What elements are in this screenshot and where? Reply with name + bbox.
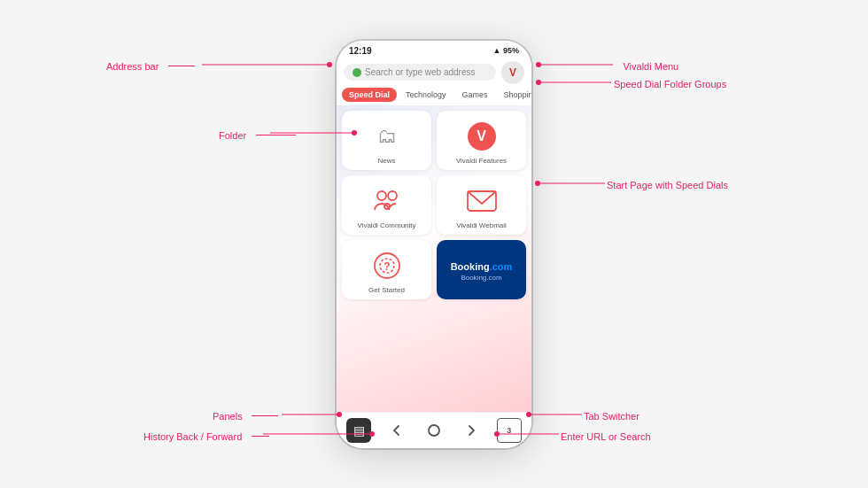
tab-switcher-button[interactable]: 3: [497, 418, 522, 443]
sd-card-booking[interactable]: Booking.com Booking.com: [437, 240, 526, 299]
folder-icon-area: 🗂: [370, 120, 404, 153]
speed-dial-area: 🗂 News V Vivaldi Features: [337, 105, 531, 412]
sd-card-community[interactable]: Vivaldi Community: [342, 175, 431, 235]
back-icon: [391, 424, 403, 437]
svg-point-0: [377, 191, 386, 200]
ann-vivaldi-menu: Vivaldi Menu: [614, 58, 678, 74]
ann-start-page: Start Page with Speed Dials: [607, 176, 728, 192]
tab-shopping[interactable]: Shopping: [497, 88, 531, 102]
ann-enter-url: Enter URL or Search: [561, 428, 651, 444]
community-icon-area: [370, 184, 404, 218]
ann-tab-switcher: Tab Switcher: [584, 407, 639, 423]
ann-speed-dial-groups: Speed Dial Folder Groups: [614, 75, 726, 91]
address-bar[interactable]: Search or type web address V: [337, 58, 531, 88]
battery-signal: ▲ 95%: [493, 46, 519, 55]
ann-history: History Back / Forward: [143, 428, 269, 444]
ann-address-bar: Address bar: [106, 58, 195, 74]
diagram-container: 12:19 ▲ 95% Search or type web address V…: [0, 0, 868, 488]
forward-icon: [465, 424, 477, 437]
ann-panels: Panels: [213, 407, 278, 423]
panels-button[interactable]: ▤: [346, 418, 371, 443]
ann-folder: Folder: [219, 127, 296, 143]
svg-point-13: [536, 80, 541, 85]
search-placeholder: Search or type web address: [365, 67, 476, 77]
tab-technology[interactable]: Technology: [399, 88, 453, 102]
svg-point-1: [388, 191, 397, 200]
vivaldi-menu-button[interactable]: V: [501, 61, 524, 84]
sd-label-vivaldi: Vivaldi Features: [456, 157, 507, 165]
search-box[interactable]: Search or type web address: [344, 64, 496, 81]
svg-point-17: [535, 181, 540, 186]
sd-card-webmail[interactable]: Vivaldi Webmail: [437, 175, 526, 235]
sd-card-news[interactable]: 🗂 News: [342, 111, 431, 170]
tab-groups: Speed Dial Technology Games Shopping Te.…: [337, 88, 531, 105]
search-circle-icon: [428, 424, 440, 437]
webmail-icon: [466, 188, 498, 214]
sd-label-news: News: [377, 157, 395, 165]
webmail-icon-area: [465, 184, 499, 218]
folder-icon: 🗂: [377, 125, 397, 148]
vivaldi-icon-area: V: [465, 120, 499, 153]
back-button[interactable]: [384, 418, 409, 443]
sd-card-get-started[interactable]: ? Get Started: [342, 240, 431, 299]
sd-label-get-started: Get Started: [368, 286, 405, 294]
tab-games[interactable]: Games: [455, 88, 495, 102]
tab-speed-dial[interactable]: Speed Dial: [342, 88, 397, 102]
svg-point-11: [536, 62, 541, 67]
time: 12:19: [349, 46, 372, 56]
booking-inner: Booking.com Booking.com: [437, 240, 526, 299]
svg-point-9: [327, 62, 332, 67]
search-button[interactable]: [422, 418, 446, 443]
sd-label-booking: Booking.com: [461, 274, 501, 282]
sd-label-webmail: Vivaldi Webmail: [456, 221, 507, 229]
svg-text:?: ?: [384, 260, 390, 273]
svg-point-7: [429, 425, 439, 436]
speed-dial-grid: 🗂 News V Vivaldi Features: [342, 111, 526, 299]
get-started-icon-area: ?: [370, 249, 404, 283]
bottom-nav: ▤ 3: [337, 412, 531, 448]
status-bar: 12:19 ▲ 95%: [337, 41, 531, 58]
search-icon: [353, 68, 361, 77]
booking-logo: Booking.com: [451, 261, 513, 272]
sd-card-vivaldi[interactable]: V Vivaldi Features: [437, 111, 526, 170]
get-started-icon: ?: [371, 250, 403, 282]
community-icon: [371, 185, 403, 217]
forward-button[interactable]: [459, 418, 484, 443]
vivaldi-logo-icon: V: [468, 122, 496, 151]
phone-mockup: 12:19 ▲ 95% Search or type web address V…: [337, 41, 531, 448]
sd-label-community: Vivaldi Community: [357, 221, 415, 229]
